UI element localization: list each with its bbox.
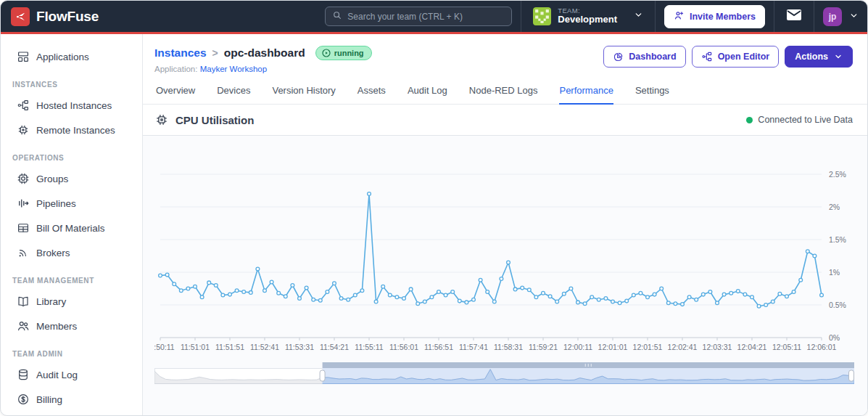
chart-section-header: CPU Utilisation Connected to Live Data [143, 105, 867, 136]
svg-text:11:52:41: 11:52:41 [250, 343, 279, 351]
divider [814, 1, 814, 32]
chevron-down-icon [849, 10, 859, 23]
sidebar-item-label: Brokers [36, 248, 70, 258]
sidebar-item-remote-instances[interactable]: Remote Instances [11, 118, 135, 142]
tab-node-red-logs[interactable]: Node-RED Logs [469, 85, 538, 105]
svg-text:12:00:11: 12:00:11 [563, 343, 592, 351]
divider [521, 1, 521, 32]
play-circle-icon [322, 49, 331, 57]
team-name: Development [558, 15, 617, 25]
team-selector[interactable]: TEAM: Development [530, 7, 646, 26]
svg-text:11:56:51: 11:56:51 [424, 343, 453, 351]
instance-tabs: Overview Devices Version History Assets … [143, 85, 867, 105]
notifications-button[interactable] [783, 9, 805, 24]
applications-icon [17, 50, 30, 63]
chevron-down-icon [634, 9, 643, 23]
datazoom-left-handle[interactable] [320, 370, 325, 381]
sidebar-item-team-settings[interactable]: Team Settings [11, 412, 135, 415]
sidebar-item-label: Pipelines [36, 198, 76, 209]
svg-text:11:51:51: 11:51:51 [215, 343, 244, 351]
brand[interactable]: FlowFuse [11, 7, 99, 26]
live-status-dot [746, 117, 753, 123]
tab-devices[interactable]: Devices [217, 85, 250, 105]
sidebar-item-label: Groups [36, 174, 68, 184]
tab-version-history[interactable]: Version History [272, 85, 335, 105]
breadcrumb: Instances > opc-dashboard running [154, 46, 372, 60]
svg-text:12:04:21: 12:04:21 [737, 343, 767, 351]
svg-text:11:56:01: 11:56:01 [389, 343, 418, 351]
chart-pie-icon [613, 52, 624, 62]
team-search[interactable] [325, 7, 512, 26]
sidebar-item-label: Bill Of Materials [36, 223, 105, 234]
dashboard-button[interactable]: Dashboard [603, 46, 685, 68]
cpu-chart-area: 0%0.5%1%1.5%2%2.5%11:50:1111:51:0111:51:… [143, 136, 867, 415]
sidebar-item-billing[interactable]: Billing [11, 387, 135, 412]
y-axis-labels: 0%0.5%1%1.5%2%2.5% [829, 170, 846, 342]
sidebar-item-brokers[interactable]: Brokers [11, 240, 135, 265]
search-icon [332, 10, 342, 23]
invite-members-label: Invite Members [690, 12, 756, 22]
svg-text:0.5%: 0.5% [829, 301, 846, 309]
chart-datazoom-slider[interactable] [154, 362, 854, 384]
svg-text:11:54:21: 11:54:21 [320, 343, 349, 351]
breadcrumb-instances-link[interactable]: Instances [154, 46, 207, 60]
svg-text:11:58:31: 11:58:31 [494, 343, 523, 351]
svg-text:12:01:51: 12:01:51 [633, 343, 663, 351]
divider [774, 1, 774, 32]
invite-members-button[interactable]: Invite Members [664, 5, 765, 28]
sidebar-item-groups[interactable]: Groups [11, 166, 135, 191]
status-badge-label: running [334, 49, 364, 57]
team-avatar [533, 7, 551, 25]
sidebar-item-library[interactable]: Library [11, 289, 135, 314]
user-menu[interactable]: jp [823, 7, 859, 26]
sidebar-item-audit-log[interactable]: Audit Log [11, 362, 135, 387]
breadcrumb-separator: > [212, 47, 218, 59]
chart-title: CPU Utilisation [175, 114, 254, 126]
sidebar-item-label: Library [36, 296, 66, 307]
svg-text:11:51:01: 11:51:01 [181, 343, 210, 351]
hosted-instances-icon [17, 99, 30, 112]
actions-button[interactable]: Actions [785, 46, 853, 68]
open-editor-button[interactable]: Open Editor [692, 46, 780, 68]
application-link[interactable]: Mayker Workshop [200, 65, 267, 73]
svg-text:12:05:11: 12:05:11 [772, 343, 801, 351]
remote-instances-icon [17, 123, 30, 136]
sidebar-item-label: Hosted Instances [36, 100, 112, 111]
sidebar-section-team-admin: TEAM ADMIN [12, 350, 135, 358]
live-status-label: Connected to Live Data [758, 115, 853, 125]
search-input[interactable] [347, 12, 505, 22]
datazoom-right-handle[interactable] [849, 370, 854, 381]
sidebar-item-pipelines[interactable]: Pipelines [11, 191, 135, 216]
open-editor-button-label: Open Editor [718, 52, 770, 62]
svg-text:11:57:41: 11:57:41 [459, 343, 488, 351]
sidebar-item-members[interactable]: Members [11, 314, 135, 338]
tab-overview[interactable]: Overview [156, 85, 195, 105]
top-navbar: FlowFuse TEAM: Development [1, 1, 867, 34]
status-badge: running [315, 46, 372, 60]
sidebar-item-applications[interactable]: Applications [11, 44, 135, 69]
svg-text:0%: 0% [829, 333, 840, 342]
svg-text:11:50:11: 11:50:11 [154, 343, 175, 351]
gridlines [160, 174, 822, 305]
sidebar-section-instances: INSTANCES [12, 81, 135, 89]
cpu-chip-icon [154, 113, 169, 127]
tab-assets[interactable]: Assets [357, 85, 386, 105]
chevron-down-icon [834, 52, 843, 61]
data-points [159, 192, 824, 309]
person-plus-icon [674, 10, 685, 23]
sidebar-item-hosted-instances[interactable]: Hosted Instances [11, 93, 135, 118]
sidebar-item-label: Billing [36, 394, 62, 405]
sidebar-item-bill-of-materials[interactable]: Bill Of Materials [11, 216, 135, 240]
tab-audit-log[interactable]: Audit Log [408, 85, 447, 105]
app-window: FlowFuse TEAM: Development [0, 0, 868, 416]
groups-icon [17, 172, 30, 185]
svg-text:12:02:41: 12:02:41 [668, 343, 698, 351]
user-avatar: jp [823, 7, 842, 26]
svg-text:2%: 2% [829, 203, 840, 211]
tab-performance[interactable]: Performance [559, 85, 613, 105]
svg-text:1%: 1% [829, 268, 840, 277]
flowfuse-logo-icon [11, 7, 30, 26]
svg-text:12:01:01: 12:01:01 [598, 343, 628, 351]
cpu-utilisation-chart[interactable]: 0%0.5%1%1.5%2%2.5%11:50:1111:51:0111:51:… [154, 142, 854, 359]
tab-settings[interactable]: Settings [635, 85, 669, 105]
